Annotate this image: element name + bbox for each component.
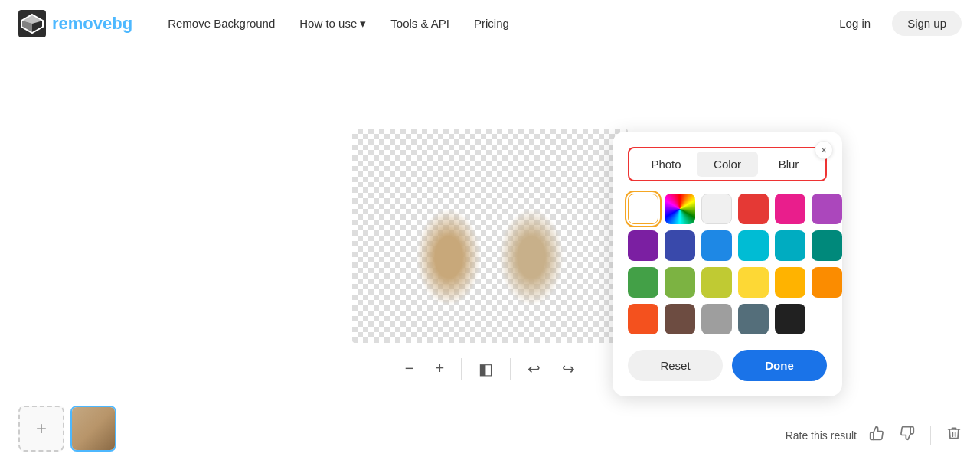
logo-accent: bg <box>112 14 132 33</box>
color-swatch-pink[interactable] <box>775 194 805 224</box>
nav-pricing[interactable]: Pricing <box>463 11 520 36</box>
toolbar-divider-1 <box>461 358 462 380</box>
color-swatch-red[interactable] <box>738 194 769 224</box>
color-swatch-blue[interactable] <box>701 230 732 261</box>
color-swatch-light-gray[interactable] <box>701 194 732 224</box>
rating-label: Rate this result <box>786 429 857 442</box>
thumbs-up-icon <box>869 426 884 441</box>
toolbar-divider-2 <box>510 358 511 380</box>
rating-bar: Rate this result <box>786 422 965 448</box>
chevron-down-icon: ▾ <box>360 17 366 31</box>
tab-photo[interactable]: Photo <box>635 152 697 177</box>
thumbdown-button[interactable] <box>897 422 918 448</box>
logo-main: remove <box>52 14 112 33</box>
color-swatch-green[interactable] <box>628 267 658 298</box>
nav-how-to-use[interactable]: How to use ▾ <box>289 11 377 37</box>
color-swatch-black[interactable] <box>775 304 805 334</box>
thumbs-down-icon <box>900 426 915 441</box>
color-swatch-rainbow[interactable] <box>665 194 695 224</box>
logo[interactable]: removebg <box>18 10 132 37</box>
header: removebg Remove Background How to use ▾ … <box>0 0 980 47</box>
zoom-in-button[interactable]: + <box>431 355 449 382</box>
trash-icon <box>946 426 962 441</box>
zoom-out-button[interactable]: − <box>400 355 419 382</box>
color-swatch-purple-light[interactable] <box>812 194 842 224</box>
color-grid <box>628 194 827 334</box>
reset-button[interactable]: Reset <box>628 350 723 381</box>
undo-button[interactable]: ↩ <box>523 355 545 383</box>
color-swatch-light-green[interactable] <box>665 267 695 298</box>
color-panel: Photo Color Blur × <box>612 132 842 396</box>
color-swatch-orange[interactable] <box>812 267 842 298</box>
color-swatch-teal[interactable] <box>812 230 842 261</box>
processed-photo <box>352 129 628 343</box>
panel-footer: Reset Done <box>628 350 827 381</box>
main-nav: Remove Background How to use ▾ Tools & A… <box>157 11 827 37</box>
thumbup-button[interactable] <box>866 422 887 448</box>
color-swatch-purple[interactable] <box>628 230 658 261</box>
login-button[interactable]: Log in <box>827 11 883 36</box>
close-panel-button[interactable]: × <box>815 141 833 159</box>
logo-text: removebg <box>52 14 132 34</box>
redo-button[interactable]: ↪ <box>557 355 580 383</box>
rating-divider <box>930 426 931 445</box>
nav-tools-api[interactable]: Tools & API <box>380 11 460 36</box>
color-swatch-indigo[interactable] <box>665 230 695 261</box>
color-swatch-white[interactable] <box>628 194 658 224</box>
color-swatch-deep-orange[interactable] <box>628 304 658 334</box>
panel-tab-bar: Photo Color Blur × <box>628 147 827 181</box>
toolbar: − + ◧ ↩ ↪ <box>388 355 592 383</box>
logo-icon <box>18 10 46 37</box>
color-swatch-teal-light[interactable] <box>775 230 805 261</box>
color-swatch-blue-gray[interactable] <box>738 304 769 334</box>
color-swatch-brown[interactable] <box>665 304 695 334</box>
header-actions: Log in Sign up <box>827 11 962 36</box>
image-container <box>352 129 628 343</box>
color-swatch-cyan[interactable] <box>738 230 769 261</box>
thumbnail-photo <box>72 407 115 450</box>
thumbnail-item-1[interactable] <box>70 406 116 452</box>
main-content: − + ◧ ↩ ↪ Photo Color Blur × <box>0 47 980 463</box>
tab-blur[interactable]: Blur <box>758 152 819 177</box>
color-swatch-gray[interactable] <box>701 304 732 334</box>
done-button[interactable]: Done <box>732 350 827 381</box>
signup-button[interactable]: Sign up <box>892 11 962 36</box>
nav-remove-background[interactable]: Remove Background <box>157 11 286 36</box>
tab-color[interactable]: Color <box>697 152 758 177</box>
delete-button[interactable] <box>943 422 965 448</box>
color-swatch-lime[interactable] <box>701 267 732 298</box>
add-image-button[interactable]: + <box>18 406 64 452</box>
color-swatch-amber[interactable] <box>775 267 805 298</box>
color-swatch-yellow[interactable] <box>738 267 769 298</box>
compare-button[interactable]: ◧ <box>474 355 498 383</box>
